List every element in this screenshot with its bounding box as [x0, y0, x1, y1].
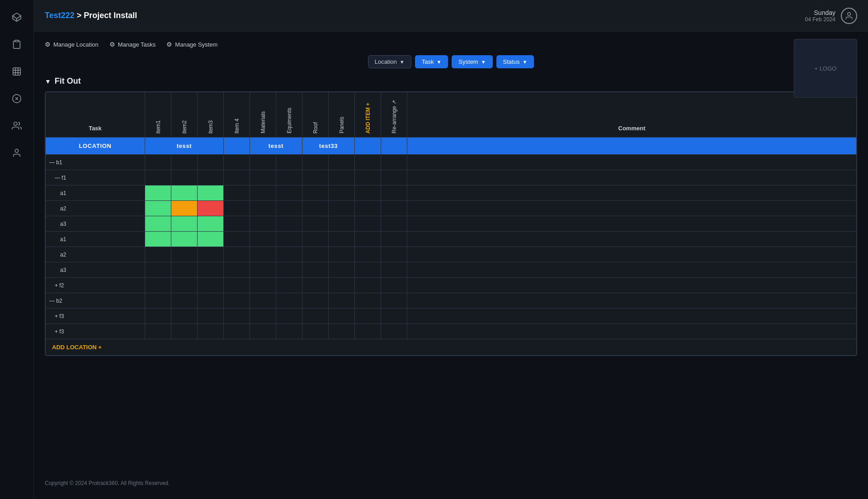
row-b1-label: — b1	[46, 155, 145, 170]
manage-system-button[interactable]: ⚙ Manage System	[166, 41, 217, 48]
sidebar-icon-user[interactable]	[9, 145, 25, 161]
add-location-button[interactable]: ADD LOCATION +	[52, 344, 102, 351]
manage-system-label: Manage System	[175, 41, 217, 48]
col-panels-label: Panels	[339, 113, 345, 137]
manage-location-label: Manage Location	[53, 41, 99, 48]
location-blue1	[355, 138, 381, 155]
table-row: a1	[46, 185, 857, 201]
row-a1b-label: a1	[46, 232, 145, 247]
col-materials-label: Materials	[260, 108, 266, 137]
col-item1: item1	[145, 92, 171, 138]
filter-system-button[interactable]: System ▼	[452, 55, 492, 68]
table-row: — b2	[46, 293, 857, 309]
col-item2: item2	[171, 92, 198, 138]
col-item2-label: item2	[181, 117, 188, 137]
logo-box[interactable]: + LOGO	[794, 39, 857, 98]
col-equiments-label: Equiments	[286, 104, 292, 137]
breadcrumb-current: Project Install	[84, 11, 137, 20]
filter-location-icon: ▼	[400, 59, 405, 65]
col-item4-label: Item 4	[234, 115, 240, 137]
table-row: + f3	[46, 309, 857, 324]
manage-tasks-label: Manage Tasks	[118, 41, 156, 48]
location-header-row: LOCATION tesst tesst test33	[46, 138, 857, 155]
col-item3-label: item3	[208, 117, 214, 137]
gear-icon-3: ⚙	[166, 41, 172, 48]
col-item4: Item 4	[224, 92, 250, 138]
page-content: ⚙ Manage Location ⚙ Manage Tasks ⚙ Manag…	[34, 32, 868, 499]
location-tesst1: tesst	[145, 138, 224, 155]
chevron-down-icon[interactable]: ▼	[45, 78, 51, 85]
row-a3b-label: a3	[46, 262, 145, 278]
row-f2-label: + f2	[46, 278, 145, 293]
location-test33: test33	[302, 138, 355, 155]
col-rearrange: Re-arrange ↗	[381, 92, 407, 138]
col-rearrange-label: Re-arrange ↗	[391, 96, 397, 137]
table-row: a3	[46, 262, 857, 278]
row-a2-label: a2	[46, 201, 145, 216]
location-label: LOCATION	[46, 138, 145, 155]
col-item3: item3	[198, 92, 224, 138]
table-row: a2	[46, 247, 857, 262]
filter-bar: Location ▼ Task ▼ System ▼ Status ▼	[45, 55, 857, 68]
date-label: Sunday	[805, 9, 835, 16]
breadcrumb: Test222 > Project Install	[45, 11, 137, 20]
manage-tasks-button[interactable]: ⚙ Manage Tasks	[109, 41, 156, 48]
location-blue2	[407, 138, 857, 155]
table-row: + f3	[46, 324, 857, 339]
footer: Copyright © 2024 Protrack360. All Rights…	[45, 473, 857, 490]
col-materials: Materials	[250, 92, 276, 138]
sidebar-icon-layers[interactable]	[9, 63, 25, 80]
breadcrumb-link[interactable]: Test222	[45, 11, 75, 20]
gear-icon: ⚙	[45, 41, 51, 48]
date-sub: 04 Feb 2024	[805, 16, 835, 23]
table-row: — b1	[46, 155, 857, 170]
main-table: Task item1 item2	[45, 91, 857, 356]
table-row: a3	[46, 216, 857, 232]
location-empty1	[224, 138, 250, 155]
table-row: a1	[46, 232, 857, 247]
svg-point-10	[14, 122, 17, 125]
filter-status-button[interactable]: Status ▼	[496, 55, 534, 68]
table-row: a2	[46, 201, 857, 216]
comment-column-header: Comment	[407, 92, 857, 138]
sidebar	[0, 0, 34, 499]
col-panels: Panels	[329, 92, 355, 138]
col-add-item[interactable]: ADD ITEM +	[355, 92, 381, 138]
filter-location-button[interactable]: Location ▼	[368, 55, 411, 68]
filter-task-label: Task	[422, 58, 434, 65]
svg-point-12	[848, 12, 851, 15]
row-b2-label: — b2	[46, 293, 145, 309]
sidebar-icon-users[interactable]	[9, 118, 25, 134]
sidebar-icon-close-circle[interactable]	[9, 90, 25, 107]
svg-point-11	[15, 149, 18, 152]
sidebar-icon-clipboard[interactable]	[9, 36, 25, 52]
filter-system-icon: ▼	[481, 59, 486, 65]
table-row: + f2	[46, 278, 857, 293]
sidebar-icon-cube[interactable]	[9, 9, 25, 25]
breadcrumb-separator: >	[75, 11, 84, 20]
col-roof: Roof	[302, 92, 329, 138]
table-header-row: Task item1 item2	[46, 92, 857, 138]
col-item1-label: item1	[155, 117, 161, 137]
manage-location-button[interactable]: ⚙ Manage Location	[45, 41, 99, 48]
main-content: Test222 > Project Install Sunday 04 Feb …	[34, 0, 868, 499]
table-row: — f1	[46, 170, 857, 185]
add-location-row: ADD LOCATION +	[46, 339, 857, 356]
avatar[interactable]	[841, 8, 857, 24]
location-tesst2: tesst	[250, 138, 302, 155]
topbar-right: Sunday 04 Feb 2024	[805, 8, 857, 24]
row-f1-label: — f1	[46, 170, 145, 185]
section-title: Fit Out	[55, 76, 81, 86]
gear-icon-2: ⚙	[109, 41, 115, 48]
location-empty2	[381, 138, 407, 155]
svg-rect-2	[13, 68, 21, 76]
task-column-header: Task	[46, 92, 145, 138]
footer-text: Copyright © 2024 Protrack360. All Rights…	[45, 480, 170, 486]
svg-rect-1	[15, 40, 18, 42]
row-a3-label: a3	[46, 216, 145, 232]
col-roof-label: Roof	[312, 119, 319, 137]
filter-task-button[interactable]: Task ▼	[415, 55, 448, 68]
col-equiments: Equiments	[276, 92, 302, 138]
filter-status-icon: ▼	[522, 59, 527, 65]
manage-bar: ⚙ Manage Location ⚙ Manage Tasks ⚙ Manag…	[45, 41, 857, 48]
